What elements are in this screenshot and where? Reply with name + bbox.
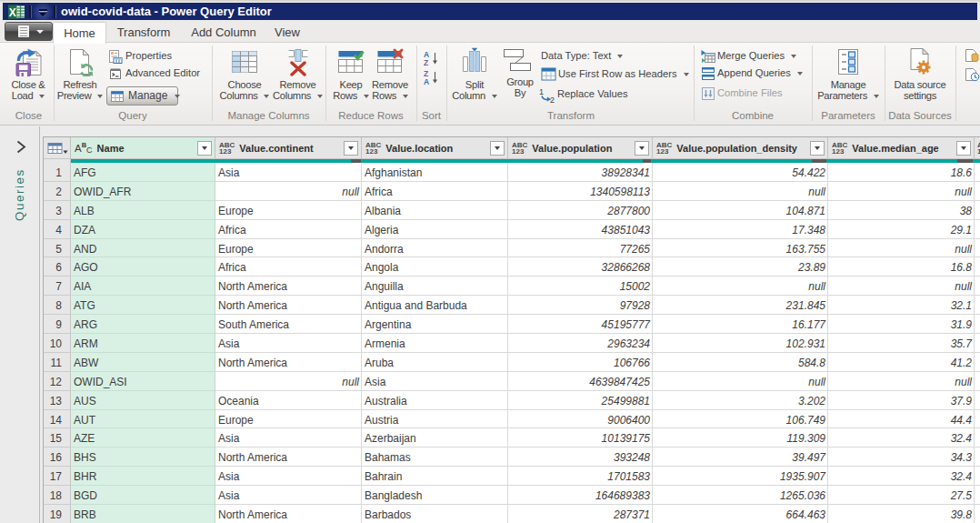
svg-text:X: X bbox=[9, 6, 16, 19]
svg-text:1: 1 bbox=[539, 87, 544, 96]
svg-text:Z: Z bbox=[424, 58, 428, 66]
svg-text:2: 2 bbox=[550, 96, 555, 104]
svg-text:A: A bbox=[424, 77, 429, 85]
